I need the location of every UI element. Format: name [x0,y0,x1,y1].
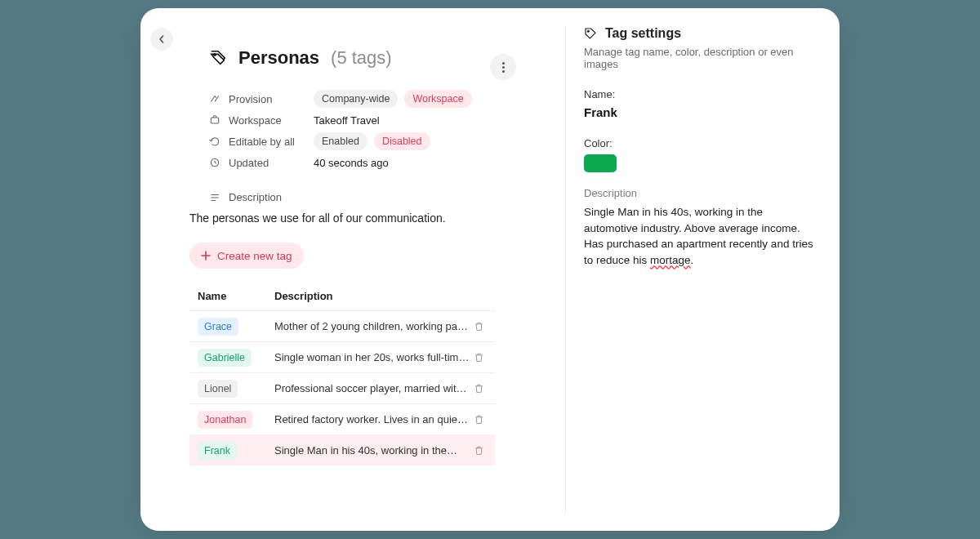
description-text: The personas we use for all of our commu… [189,212,565,225]
svg-point-3 [587,30,589,32]
svg-point-0 [214,54,216,56]
workspace-value: Takeoff Travel [314,114,380,127]
table-row[interactable]: JonathanRetired factory worker. Lives in… [189,403,495,434]
more-icon [502,62,505,73]
spelling-error: mortage [650,254,691,266]
table-row[interactable]: GraceMother of 2 young children, working… [189,310,495,341]
color-field-label: Color: [584,137,815,149]
updated-value: 40 seconds ago [314,157,389,169]
updated-label: Updated [229,157,269,169]
page-title: Personas [238,47,319,69]
table-row[interactable]: LionelProfessional soccer player, marrie… [189,372,495,403]
provision-icon [209,93,220,105]
delete-row-button[interactable] [470,383,487,394]
table-row[interactable]: GabrielleSingle woman in her 20s, works … [189,341,495,372]
more-options-button[interactable] [490,54,516,80]
updated-icon [209,157,220,168]
workspace-icon [209,114,220,126]
description-field-label: Description [584,187,815,199]
provision-pill[interactable]: Company-wide [314,90,398,108]
delete-row-button[interactable] [470,445,487,456]
panel-title: Tag settings [605,26,681,41]
delete-row-button[interactable] [470,321,487,332]
tags-icon [209,49,227,67]
name-field-label: Name: [584,88,815,100]
row-description: Single Man in his 40s, working in the… [274,444,470,457]
description-icon [209,192,220,203]
editable-label: Editable by all [229,136,295,148]
provision-label: Provision [229,93,272,105]
row-description: Professional soccer player, married with… [274,382,470,394]
row-description: Retired factory worker. Lives in an quie… [274,413,470,425]
tag-chip: Grace [198,318,238,336]
svg-rect-1 [211,118,218,123]
editable-pill[interactable]: Disabled [374,132,430,150]
panel-subtitle: Manage tag name, color, description or e… [584,46,815,70]
tag-chip: Gabrielle [198,349,252,367]
provision-pill[interactable]: Workspace [404,90,471,108]
editable-value: EnabledDisabled [314,132,437,150]
description-field-value[interactable]: Single Man in his 40s, working in the au… [584,204,815,268]
table-header-description: Description [274,290,487,302]
provision-value: Company-wideWorkspace [314,90,479,108]
row-description: Single woman in her 20s, works full-time… [274,351,470,363]
tag-count: (5 tags) [331,47,392,69]
editable-pill[interactable]: Enabled [314,132,368,150]
delete-row-button[interactable] [470,352,487,363]
tag-icon [584,27,597,40]
table-header-name: Name [198,290,274,302]
plus-icon [201,251,211,261]
tag-chip: Lionel [198,380,238,398]
tag-chip: Frank [198,442,237,460]
name-field-value[interactable]: Frank [584,105,815,119]
table-row[interactable]: FrankSingle Man in his 40s, working in t… [189,434,495,466]
row-description: Mother of 2 young children, working part… [274,320,470,332]
editable-icon [209,136,220,147]
create-tag-label: Create new tag [217,250,292,262]
description-label: Description [229,191,282,203]
color-swatch[interactable] [584,154,617,172]
tag-chip: Jonathan [198,411,252,429]
delete-row-button[interactable] [470,414,487,425]
workspace-label: Workspace [229,114,282,127]
tag-table: Name Description GraceMother of 2 young … [189,290,495,466]
create-tag-button[interactable]: Create new tag [189,243,304,269]
